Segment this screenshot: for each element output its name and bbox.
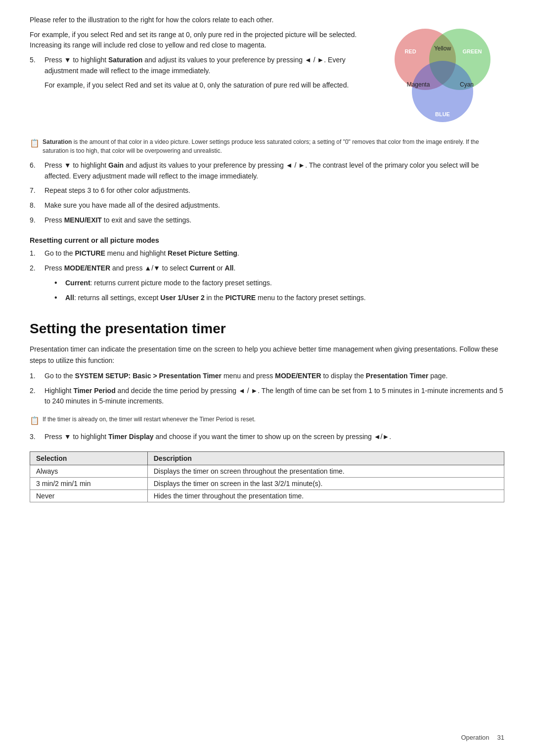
picture-bold-2: PICTURE: [225, 294, 256, 302]
table-row: Always Displays the timer on screen thro…: [30, 465, 504, 477]
item-6-num: 6.: [30, 160, 44, 171]
footer-label: Operation: [461, 734, 489, 741]
bullet-all: • All: returns all settings, except User…: [54, 293, 504, 304]
current-bold-2: Current: [65, 279, 90, 287]
list-item-8: 8. Make sure you have made all of the de…: [30, 200, 504, 211]
reset-bullets: • Current: returns current picture mode …: [54, 278, 504, 303]
picture-bold-1: PICTURE: [75, 249, 105, 257]
bullet-dot-1: •: [54, 278, 65, 288]
table-row: Never Hides the timer throughout the pre…: [30, 489, 504, 502]
table-header-selection: Selection: [30, 451, 148, 465]
table-header-row: Selection Description: [30, 451, 504, 465]
item-7-num: 7.: [30, 185, 44, 196]
top-text-block: Please refer to the illustration to the …: [30, 15, 366, 129]
current-bold: Current: [190, 264, 215, 272]
reset-num-1: 1.: [30, 248, 44, 259]
item-9-num: 9.: [30, 215, 44, 226]
timer-table: Selection Description Always Displays th…: [30, 451, 504, 502]
list-item-5: 5. Press ▼ to highlight Saturation and a…: [30, 55, 366, 76]
bullet-all-text: All: returns all settings, except User 1…: [65, 293, 504, 304]
para-saturation-example: For example, if you select Red and set i…: [44, 80, 366, 91]
table-cell-never-desc: Hides the timer throughout the presentat…: [147, 489, 504, 502]
red-label: RED: [404, 48, 416, 54]
timer-step-1: 1. Go to the SYSTEM SETUP: Basic > Prese…: [30, 371, 504, 382]
table-header-description: Description: [147, 451, 504, 465]
timer-step-2: 2. Highlight Timer Period and decide the…: [30, 386, 504, 407]
reset-num-2: 2.: [30, 263, 44, 274]
chapter-title: Setting the presentation timer: [30, 321, 504, 337]
bullet-current-text: Current: returns current picture mode to…: [65, 278, 504, 289]
gain-bold: Gain: [108, 161, 124, 169]
list-item-7: 7. Repeat steps 3 to 6 for other color a…: [30, 185, 504, 196]
timer-display-bold: Timer Display: [108, 433, 154, 441]
item-9-text: Press MENU/EXIT to exit and save the set…: [44, 215, 504, 226]
user1user2-bold: User 1/User 2: [160, 294, 205, 302]
magenta-label: Magenta: [407, 81, 430, 88]
note-timer-text: If the timer is already on, the timer wi…: [43, 415, 256, 424]
reset-heading: Resetting current or all picture modes: [30, 236, 504, 244]
timer-text-1: Go to the SYSTEM SETUP: Basic > Presenta…: [44, 371, 504, 382]
saturation-bold: Saturation: [108, 56, 142, 64]
reset-picture-bold: Reset Picture Setting: [168, 249, 237, 257]
page-content: Please refer to the illustration to the …: [30, 15, 504, 502]
system-setup-bold: SYSTEM SETUP: Basic > Presentation Timer: [75, 372, 222, 380]
item-6-text: Press ▼ to highlight Gain and adjust its…: [44, 160, 504, 181]
cyan-label: Cyan: [460, 81, 474, 88]
timer-num-3: 3.: [30, 432, 44, 443]
table-row: 3 min/2 min/1 min Displays the timer on …: [30, 477, 504, 489]
item-5-text: Press ▼ to highlight Saturation and adju…: [44, 55, 366, 76]
all-bold: All: [225, 264, 234, 272]
reset-text-1: Go to the PICTURE menu and highlight Res…: [44, 248, 504, 259]
table-cell-3min: 3 min/2 min/1 min: [30, 477, 148, 489]
note-timer: 📋 If the timer is already on, the timer …: [30, 415, 504, 427]
all-bold-2: All: [65, 294, 74, 302]
venn-svg: RED GREEN BLUE Yellow Magenta Cyan: [381, 20, 499, 129]
reset-item-2: 2. Press MODE/ENTER and press ▲/▼ to sel…: [30, 263, 504, 274]
timer-period-bold: Timer Period: [73, 387, 115, 395]
mode-enter-bold-2: MODE/ENTER: [275, 372, 321, 380]
item-8-text: Make sure you have made all of the desir…: [44, 200, 504, 211]
menu-exit-bold: MENU/EXIT: [64, 216, 102, 224]
blue-label: BLUE: [435, 111, 450, 117]
note-saturation-text: Saturation is the amount of that color i…: [43, 137, 504, 155]
color-diagram: RED GREEN BLUE Yellow Magenta Cyan: [376, 15, 504, 129]
note-icon-2: 📋: [30, 415, 40, 427]
mode-enter-bold-1: MODE/ENTER: [64, 264, 110, 272]
bullet-current: • Current: returns current picture mode …: [54, 278, 504, 289]
table-cell-never: Never: [30, 489, 148, 502]
reset-text-2: Press MODE/ENTER and press ▲/▼ to select…: [44, 263, 504, 274]
timer-num-2: 2.: [30, 386, 44, 397]
timer-text-2: Highlight Timer Period and decide the ti…: [44, 386, 504, 407]
reset-section: Resetting current or all picture modes 1…: [30, 229, 504, 307]
top-section: Please refer to the illustration to the …: [30, 15, 504, 129]
green-label: GREEN: [462, 48, 482, 54]
timer-step-3: 3. Press ▼ to highlight Timer Display an…: [30, 432, 504, 443]
yellow-label: Yellow: [434, 45, 451, 52]
page-footer: Operation 31: [461, 734, 504, 741]
para-colors-intro: Please refer to the illustration to the …: [30, 15, 366, 26]
item-5-num: 5.: [30, 55, 44, 66]
footer-page: 31: [497, 734, 504, 741]
list-item-6: 6. Press ▼ to highlight Gain and adjust …: [30, 160, 504, 181]
note-saturation: 📋 Saturation is the amount of that color…: [30, 137, 504, 155]
item-7-text: Repeat steps 3 to 6 for other color adju…: [44, 185, 504, 196]
table-cell-3min-desc: Displays the timer on screen in the last…: [147, 477, 504, 489]
note-icon-1: 📋: [30, 137, 40, 149]
timer-num-1: 1.: [30, 371, 44, 382]
table-cell-always-desc: Displays the timer on screen throughout …: [147, 465, 504, 477]
items-6-to-9: 6. Press ▼ to highlight Gain and adjust …: [30, 160, 504, 229]
item-8-num: 8.: [30, 200, 44, 211]
list-item-9: 9. Press MENU/EXIT to exit and save the …: [30, 215, 504, 226]
reset-item-1: 1. Go to the PICTURE menu and highlight …: [30, 248, 504, 259]
para-red-example: For example, if you select Red and set i…: [30, 30, 366, 51]
bullet-dot-2: •: [54, 293, 65, 303]
chapter-intro: Presentation timer can indicate the pres…: [30, 344, 504, 366]
timer-steps: 1. Go to the SYSTEM SETUP: Basic > Prese…: [30, 371, 504, 411]
presentation-timer-bold: Presentation Timer: [366, 372, 429, 380]
table-cell-always: Always: [30, 465, 148, 477]
timer-text-3: Press ▼ to highlight Timer Display and c…: [44, 432, 504, 443]
